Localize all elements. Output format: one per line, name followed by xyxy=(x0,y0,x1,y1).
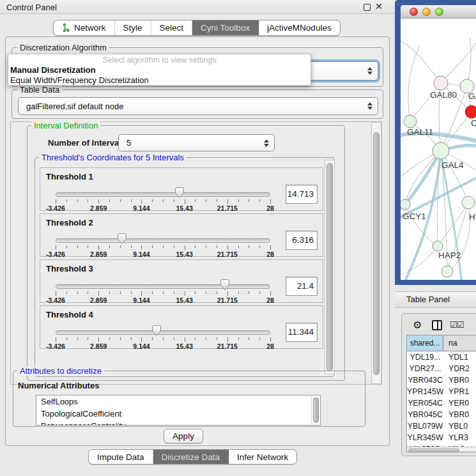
threshold-value-field[interactable]: 11.344 xyxy=(286,323,318,342)
network-window-titlebar[interactable] xyxy=(401,5,476,19)
threshold-slider-track[interactable] xyxy=(56,192,270,197)
algorithm-hint: Select algorithm to view settings xyxy=(8,56,311,65)
threshold-slider-thumb[interactable] xyxy=(174,187,185,199)
network-edge[interactable] xyxy=(408,45,420,121)
mac-close-icon[interactable] xyxy=(410,8,418,16)
mac-zoom-icon[interactable] xyxy=(435,8,443,16)
tab-style[interactable]: Style xyxy=(115,20,151,35)
table-row[interactable]: YLR345WYLR3 xyxy=(407,432,476,443)
attribute-item[interactable]: BetweennessCentrality xyxy=(36,420,320,426)
cell-shared-name: YPR145W xyxy=(407,386,443,397)
threshold-label: Threshold 2 xyxy=(46,218,93,227)
attributes-scrollbar-thumb[interactable] xyxy=(313,397,319,423)
network-node-gcy1[interactable] xyxy=(401,199,410,210)
tab-cyni-toolbox[interactable]: Cyni Toolbox xyxy=(192,20,259,35)
cell-shared-name: YBL079W xyxy=(407,420,443,432)
bottom-tab-discretize-data[interactable]: Discretize Data xyxy=(153,450,229,464)
column-header-name[interactable]: na xyxy=(443,335,476,351)
algorithm-option-manual[interactable]: Manual Discretization xyxy=(10,65,96,75)
cell-shared-name: YDR27... xyxy=(407,363,443,374)
num-intervals-combo[interactable]: 5 xyxy=(118,134,275,151)
network-node-c[interactable] xyxy=(465,105,476,118)
close-icon[interactable]: ✕ xyxy=(375,1,383,12)
apply-button[interactable]: Apply xyxy=(164,429,203,443)
node-label: GAL4 xyxy=(441,160,464,170)
threshold-slider-track[interactable] xyxy=(56,238,270,243)
cell-name: YDL1 xyxy=(443,351,476,363)
node-label: GCY1 xyxy=(403,211,426,221)
attribute-item[interactable]: TopologicalCoefficient xyxy=(36,408,320,420)
network-edge[interactable] xyxy=(410,83,441,121)
threshold-value-field[interactable]: 14.713 xyxy=(286,185,318,204)
bottom-tab-impute-data[interactable]: Impute Data xyxy=(89,450,153,464)
table-data-combo[interactable]: galFiltered.sif default node xyxy=(18,97,378,115)
float-window-icon[interactable] xyxy=(364,4,371,11)
network-edge[interactable] xyxy=(401,41,441,83)
threshold-value-field[interactable]: 21.4 xyxy=(286,277,318,296)
thresholds-group-label: Threshold's Coordinates for 5 Intervals xyxy=(39,153,187,162)
algorithm-option-equal-width[interactable]: Equal Width/Frequency Discretization xyxy=(10,75,149,85)
network-edge[interactable] xyxy=(441,151,461,280)
mac-minimize-icon[interactable] xyxy=(422,8,431,16)
attributes-list-scrollbar[interactable] xyxy=(311,396,319,426)
outer-scrollbar-thumb[interactable] xyxy=(373,132,380,375)
outer-vertical-scrollbar[interactable] xyxy=(371,122,381,384)
bottom-tab-infer-network[interactable]: Infer Network xyxy=(229,450,296,464)
table-panel-title: Table Panel xyxy=(406,295,450,304)
column-header-shared-name[interactable]: shared... xyxy=(407,335,443,351)
tick-label: -3.426 xyxy=(46,204,65,212)
node-label: GA xyxy=(468,91,476,101)
column-layout-icon[interactable] xyxy=(432,320,442,330)
tick-label: 28 xyxy=(266,296,274,304)
table-row[interactable]: YDR27...YDR2 xyxy=(407,363,476,374)
network-node[interactable] xyxy=(441,266,453,277)
select-columns-icon[interactable]: ☑☑ xyxy=(450,320,463,330)
settings-gear-icon[interactable]: ⚙ xyxy=(413,319,422,331)
tick-label: 15.43 xyxy=(176,296,192,304)
network-icon xyxy=(62,23,70,33)
inner-scrollbar-thumb[interactable] xyxy=(326,163,333,371)
network-node-h[interactable] xyxy=(462,196,475,209)
attribute-item[interactable]: SelfLoops xyxy=(36,395,320,408)
network-canvas[interactable]: GAL80GACGAL11GAL4GCY1HHAP2 xyxy=(401,19,476,280)
tick-label: 2.859 xyxy=(90,250,107,258)
table-row[interactable]: YBR043CYBR0 xyxy=(407,374,476,386)
cell-shared-name: YER054C xyxy=(407,397,443,409)
network-node-gal11[interactable] xyxy=(404,115,417,128)
table-row[interactable]: YER054CYER0 xyxy=(407,397,476,409)
slider-ticks xyxy=(56,337,270,342)
network-node-gal80[interactable] xyxy=(434,76,448,90)
threshold-panel-4: Threshold 4-3.4262.8599.14415.4321.71528… xyxy=(40,305,323,349)
tick-label: 2.859 xyxy=(90,204,107,212)
cell-name: YDR2 xyxy=(443,363,476,374)
tick-label: 9.144 xyxy=(133,250,150,258)
threshold-label: Threshold 1 xyxy=(46,172,93,181)
table-hscroll-thumb[interactable] xyxy=(408,449,459,453)
tick-label: 9.144 xyxy=(133,342,150,350)
node-label: C xyxy=(471,118,476,128)
table-row[interactable]: YBL079WYBL0 xyxy=(407,420,476,432)
network-graph[interactable]: GAL80GACGAL11GAL4GCY1HHAP2 xyxy=(401,19,476,280)
table-row[interactable]: YBR045CYBR0 xyxy=(407,409,476,420)
tab-network[interactable]: Network xyxy=(54,20,115,35)
cell-shared-name: YBR043C xyxy=(407,374,443,386)
table-row[interactable]: YPR145WYPR1 xyxy=(407,386,476,397)
table-data-label: Table Data xyxy=(17,86,62,95)
threshold-slider-track[interactable] xyxy=(56,330,270,335)
tab-select[interactable]: Select xyxy=(151,20,193,35)
tick-label: 21.715 xyxy=(217,342,238,350)
network-node-gal4[interactable] xyxy=(433,142,449,159)
network-node-hap2[interactable] xyxy=(433,241,443,251)
threshold-label: Threshold 3 xyxy=(46,264,93,273)
tab-jactivemnodules[interactable]: jActiveMNodules xyxy=(259,20,340,35)
tick-label: 28 xyxy=(266,250,274,258)
threshold-slider-thumb[interactable] xyxy=(117,233,127,245)
threshold-slider-thumb[interactable] xyxy=(151,325,162,337)
threshold-slider-thumb[interactable] xyxy=(220,279,230,291)
threshold-value-field[interactable]: 6.316 xyxy=(286,231,318,250)
table-horizontal-scrollbar[interactable] xyxy=(407,447,476,452)
inner-vertical-scrollbar[interactable] xyxy=(325,160,335,374)
tick-label: 15.43 xyxy=(176,204,192,212)
table-row[interactable]: YDL19...YDL1 xyxy=(407,351,476,363)
threshold-slider-track[interactable] xyxy=(56,284,270,289)
